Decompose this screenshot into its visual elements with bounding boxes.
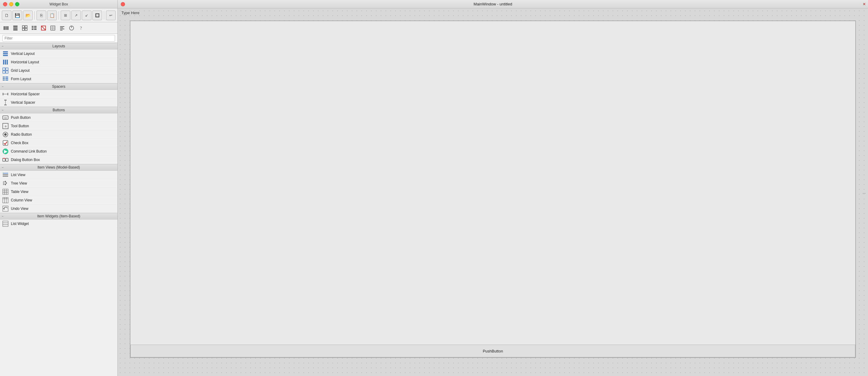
svg-rect-40 — [3, 78, 5, 79]
section-header-item-views[interactable]: − Item Views (Model-Based) — [0, 164, 118, 171]
resource-editor-button[interactable]: 🔲 — [92, 10, 102, 20]
svg-rect-10 — [32, 26, 33, 27]
svg-rect-15 — [34, 29, 36, 30]
item-radio-button[interactable]: Radio Button — [0, 130, 118, 139]
widget-editor-button[interactable]: ⊞ — [61, 10, 70, 20]
main-widget-area[interactable]: PushButton — [130, 21, 856, 358]
svg-rect-1 — [5, 26, 7, 30]
vertical-layout-btn[interactable] — [11, 24, 20, 32]
svg-rect-6 — [22, 26, 25, 28]
horizontal-layout-icon — [2, 59, 8, 65]
table-view-label: Table View — [11, 190, 28, 194]
item-tree-view[interactable]: Tree View — [0, 179, 118, 187]
check-box-label: Check Box — [11, 141, 28, 145]
item-undo-view[interactable]: Undo View — [0, 204, 118, 213]
action-editor-button[interactable]: ↙ — [82, 10, 91, 20]
item-grid-layout[interactable]: Grid Layout — [0, 66, 118, 75]
item-horizontal-layout[interactable]: Horizontal Layout — [0, 58, 118, 66]
push-button-icon: OK — [2, 114, 8, 121]
main-window-title: MainWindow - untitled — [474, 2, 513, 6]
push-button-label: Push Button — [11, 115, 30, 120]
break-layout-btn[interactable] — [39, 24, 48, 32]
close-btn[interactable] — [3, 2, 7, 6]
toolbar-sep1 — [34, 11, 35, 20]
form-layout-btn[interactable] — [30, 24, 38, 32]
maximize-btn[interactable] — [15, 2, 19, 6]
svg-rect-35 — [6, 68, 8, 70]
main-close-btn[interactable] — [121, 2, 125, 6]
svg-rect-72 — [3, 189, 8, 195]
grid-layout-icon — [2, 68, 8, 74]
section-header-spacers[interactable]: − Spacers — [0, 83, 118, 90]
main-window: MainWindow - untitled × Type Here PushBu… — [118, 0, 868, 376]
svg-point-55 — [4, 133, 7, 136]
paste-button[interactable]: 📋 — [47, 10, 57, 20]
section-header-buttons[interactable]: − Buttons — [0, 107, 118, 113]
section-header-item-widgets[interactable]: − Item Widgets (Item-Based) — [0, 213, 118, 219]
dialog-button-box-label: Dialog Button Box — [11, 158, 40, 162]
svg-rect-3 — [13, 26, 18, 27]
help-btn[interactable]: ? — [77, 24, 85, 32]
item-dialog-button-box[interactable]: Dialog Button Box — [0, 156, 118, 164]
widget-list: − Layouts Vertical Layout Hori — [0, 43, 118, 376]
item-form-layout[interactable]: Form Layout — [0, 75, 118, 83]
item-horizontal-spacer[interactable]: Horizontal Spacer — [0, 90, 118, 98]
svg-rect-64 — [3, 176, 8, 177]
signal-button[interactable]: ↗ — [71, 10, 81, 20]
item-column-view[interactable]: Column View — [0, 196, 118, 204]
minimize-btn[interactable] — [9, 2, 13, 6]
svg-text:OK: OK — [4, 117, 7, 119]
svg-text:▶: ▶ — [4, 149, 7, 154]
svg-rect-11 — [34, 26, 36, 27]
undo-button[interactable]: ↩ — [106, 10, 116, 20]
section-header-layouts[interactable]: − Layouts — [0, 43, 118, 49]
svg-rect-63 — [3, 174, 8, 175]
svg-rect-28 — [3, 51, 8, 53]
item-list-view[interactable]: List View — [0, 171, 118, 179]
svg-rect-61 — [6, 158, 8, 161]
svg-point-70 — [6, 182, 7, 184]
align-left-btn[interactable] — [58, 24, 66, 32]
save-button[interactable]: 💾 — [12, 10, 22, 20]
item-check-box[interactable]: Check Box — [0, 139, 118, 147]
widget-box-title: Widget Box — [50, 2, 68, 6]
horizontal-layout-btn[interactable] — [2, 24, 10, 32]
list-view-label: List View — [11, 173, 25, 177]
svg-rect-7 — [25, 26, 27, 28]
type-here-menu-item[interactable]: Type Here — [118, 10, 143, 16]
svg-point-69 — [5, 181, 6, 182]
item-command-link-button[interactable]: ▶ Command Link Button — [0, 147, 118, 156]
section-item-widgets-label: Item Widgets (Item-Based) — [37, 214, 80, 218]
svg-rect-39 — [5, 77, 8, 77]
item-push-button[interactable]: OK Push Button — [0, 113, 118, 122]
svg-text:⚙: ⚙ — [4, 125, 7, 128]
svg-rect-12 — [32, 28, 33, 28]
svg-rect-42 — [3, 79, 5, 80]
pushbutton-widget[interactable]: PushButton — [130, 345, 855, 357]
svg-text:?: ? — [80, 26, 82, 30]
new-button[interactable]: 🗋 — [2, 10, 11, 20]
copy-button[interactable]: ⎘ — [36, 10, 46, 20]
vertical-layout-label: Vertical Layout — [11, 52, 35, 56]
open-button[interactable]: 📂 — [23, 10, 33, 20]
main-window-titlebar: MainWindow - untitled × — [118, 0, 868, 8]
item-vertical-layout[interactable]: Vertical Layout — [0, 49, 118, 58]
section-item-views-label: Item Views (Model-Based) — [37, 165, 80, 169]
pushbutton-label: PushButton — [483, 349, 503, 353]
preview-btn[interactable] — [67, 24, 76, 32]
item-vertical-spacer[interactable]: Vertical Spacer — [0, 98, 118, 107]
list-widget-label: List Widget — [11, 221, 29, 226]
grid-layout-btn[interactable] — [21, 24, 29, 32]
item-list-widget[interactable]: List Widget — [0, 219, 118, 228]
filter-input[interactable] — [2, 35, 115, 42]
svg-rect-77 — [3, 198, 8, 203]
section-spacers-label: Spacers — [52, 84, 65, 89]
horizontal-spacer-label: Horizontal Spacer — [11, 92, 39, 96]
main-close-icon[interactable]: × — [863, 1, 866, 7]
radio-button-icon — [2, 132, 8, 137]
item-table-view[interactable]: Table View — [0, 187, 118, 196]
design-area[interactable]: Type Here PushButton ... — [118, 8, 868, 376]
item-tool-button[interactable]: ⚙ Tool Button — [0, 122, 118, 130]
svg-rect-8 — [22, 28, 25, 30]
adjust-size-btn[interactable] — [49, 24, 57, 32]
